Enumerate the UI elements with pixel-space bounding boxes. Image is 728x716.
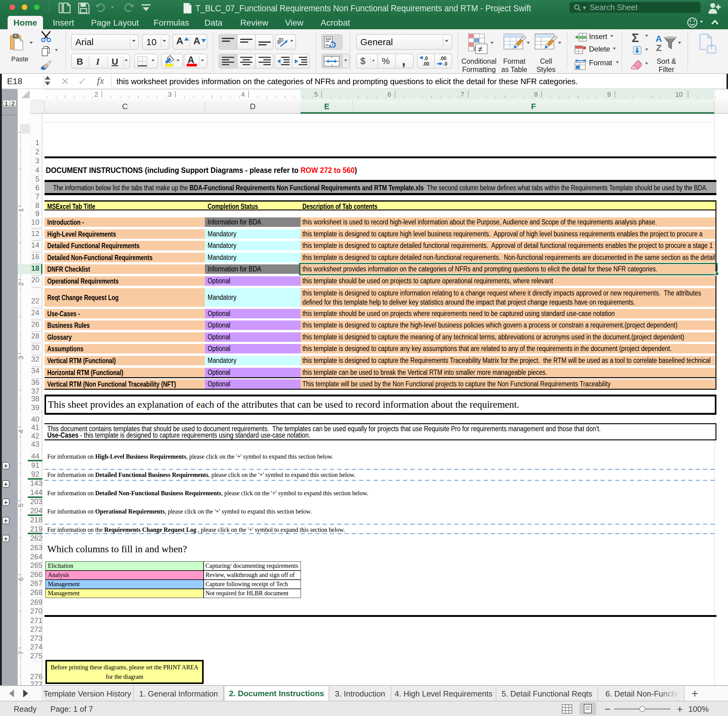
svg-text:≠: ≠ — [478, 44, 482, 54]
svg-text:.0: .0 — [424, 56, 428, 61]
svg-text:.0: .0 — [443, 61, 447, 67]
svg-text:.00: .00 — [440, 56, 446, 61]
svg-text:.00: .00 — [423, 61, 429, 67]
